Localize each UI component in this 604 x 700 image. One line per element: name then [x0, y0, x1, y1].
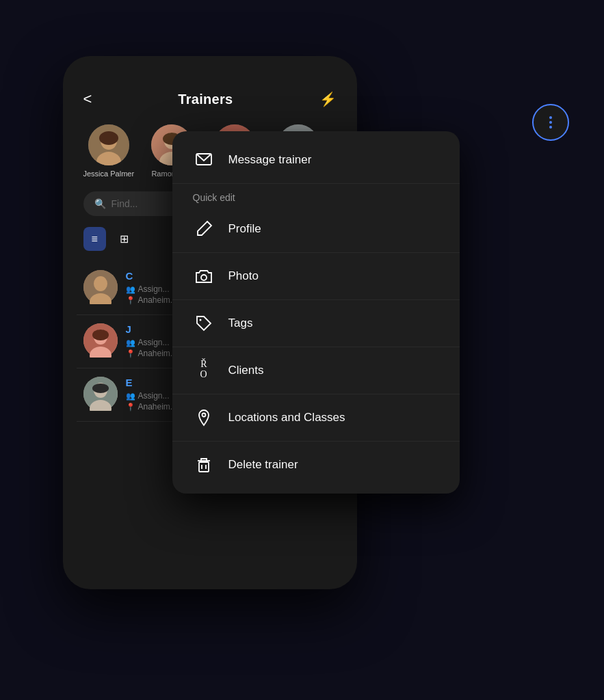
- location-icon-1: 📍: [126, 349, 135, 358]
- list-icon: ≡: [92, 233, 98, 245]
- svg-rect-32: [199, 462, 209, 472]
- back-button[interactable]: <: [83, 90, 92, 108]
- assign-icon-0: 👥: [126, 285, 135, 294]
- profile-label: Profile: [228, 222, 261, 236]
- avatar-jessica: [88, 124, 129, 165]
- clients-icon: Ř O: [193, 360, 215, 381]
- menu-item-message[interactable]: Message trainer: [172, 137, 460, 184]
- photo-label: Photo: [228, 269, 259, 283]
- trainer-name-jessica: Jessica Palmer: [83, 170, 135, 178]
- menu-item-clients[interactable]: Ř O Clients: [172, 347, 460, 394]
- phone-header: < Trainers ⚡: [77, 90, 343, 108]
- grid-icon: ⊞: [120, 232, 129, 245]
- menu-item-photo[interactable]: Photo: [172, 253, 460, 300]
- location-icon-0: 📍: [126, 296, 135, 305]
- svg-point-29: [201, 275, 207, 280]
- trainer-jessica[interactable]: Jessica Palmer: [83, 124, 135, 178]
- trash-icon: [193, 454, 215, 476]
- grid-view-button[interactable]: ⊞: [111, 227, 137, 251]
- tag-icon: [193, 312, 215, 334]
- clients-label: Clients: [228, 364, 264, 377]
- location-icon-2: 📍: [126, 403, 135, 412]
- message-icon: [193, 149, 215, 171]
- search-icon: 🔍: [94, 198, 106, 209]
- assign-icon-2: 👥: [126, 392, 135, 401]
- location-pin-icon: [193, 407, 215, 429]
- more-options-button[interactable]: [532, 104, 569, 141]
- list-avatar-0: [83, 270, 118, 304]
- menu-item-tags[interactable]: Tags: [172, 300, 460, 347]
- list-avatar-1: [83, 323, 118, 358]
- context-menu: Message trainer Quick edit Profile Photo: [172, 131, 460, 494]
- svg-point-18: [94, 276, 107, 291]
- menu-item-profile[interactable]: Profile: [172, 206, 460, 253]
- list-avatar-2: [83, 377, 118, 411]
- message-trainer-label: Message trainer: [228, 153, 312, 167]
- locations-label: Locations and Classes: [228, 411, 345, 425]
- tags-label: Tags: [228, 317, 253, 330]
- search-placeholder: Find...: [111, 198, 138, 209]
- menu-item-delete[interactable]: Delete trainer: [172, 442, 460, 488]
- page-title: Trainers: [178, 92, 233, 107]
- camera-icon: [193, 265, 215, 287]
- three-dots-icon: [549, 116, 552, 129]
- svg-point-30: [199, 319, 201, 321]
- svg-point-23: [92, 329, 109, 340]
- menu-item-locations[interactable]: Locations and Classes: [172, 394, 460, 442]
- svg-point-31: [202, 414, 205, 417]
- svg-point-27: [92, 383, 109, 393]
- profile-edit-icon: [193, 218, 215, 240]
- delete-trainer-label: Delete trainer: [228, 458, 298, 472]
- list-view-button[interactable]: ≡: [83, 227, 106, 251]
- lightning-icon[interactable]: ⚡: [319, 91, 337, 107]
- svg-point-4: [99, 131, 118, 145]
- quick-edit-label: Quick edit: [172, 184, 460, 206]
- assign-icon-1: 👥: [126, 338, 135, 347]
